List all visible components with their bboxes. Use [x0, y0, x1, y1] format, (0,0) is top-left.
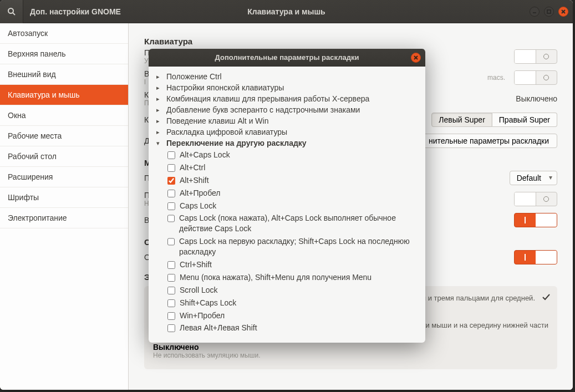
- layout-option[interactable]: Win+Пробел: [149, 309, 425, 322]
- layout-option-label: Win+Пробел: [180, 310, 225, 321]
- tree-group[interactable]: Комбинация клавиш для прерывания работы …: [149, 93, 425, 104]
- layout-option[interactable]: Alt+Пробел: [149, 187, 425, 200]
- tree-group[interactable]: Добавление букв эсперанто с надстрочными…: [149, 104, 425, 115]
- layout-option-checkbox[interactable]: [167, 299, 175, 307]
- search-icon: [7, 7, 16, 16]
- svg-point-0: [8, 8, 13, 13]
- toggle-4[interactable]: [514, 213, 557, 227]
- sidebar-item[interactable]: Верхняя панель: [0, 44, 128, 64]
- layout-option-label: Caps Lock на первую раскладку; Shift+Cap…: [179, 236, 418, 257]
- layout-option-label: Scroll Lock: [180, 285, 217, 296]
- app-title: Доп. настройки GNOME: [23, 7, 134, 16]
- sidebar-item[interactable]: Автозапуск: [0, 23, 128, 44]
- layout-option-checkbox[interactable]: [167, 164, 175, 172]
- extra-layout-btn[interactable]: нительные параметры раскладки: [420, 134, 557, 148]
- toggle-1[interactable]: [514, 49, 557, 64]
- sidebar-item[interactable]: Внешний вид: [0, 64, 128, 85]
- layout-option-label: Alt+Пробел: [180, 188, 221, 198]
- dialog-body[interactable]: Положение CtrlНастройки японской клавиат…: [149, 67, 425, 343]
- disabled-sub: Не использовать эмуляцию мыши.: [153, 352, 548, 359]
- toggle-2[interactable]: [514, 70, 557, 85]
- dropdown-default[interactable]: Default: [510, 171, 557, 185]
- tree-group[interactable]: Раскладка цифровой клавиатуры: [149, 126, 425, 138]
- layout-option-checkbox[interactable]: [167, 238, 175, 246]
- sidebar-item[interactable]: Электропитание: [0, 208, 128, 228]
- status-text: Выключено: [516, 94, 557, 103]
- layout-option-checkbox[interactable]: [167, 151, 175, 159]
- maximize-button[interactable]: [544, 7, 554, 17]
- layout-option-checkbox[interactable]: [167, 274, 175, 282]
- section-keyboard: Клавиатура: [144, 37, 557, 46]
- titlebar: Доп. настройки GNOME Клавиатура и мышь: [0, 0, 573, 23]
- layout-option[interactable]: Caps Lock (пока нажата), Alt+Caps Lock в…: [149, 212, 425, 235]
- dialog-titlebar: Дополнительные параметры раскладки: [149, 49, 425, 67]
- tree-group[interactable]: Поведение клавиш Alt и Win: [149, 115, 425, 126]
- toggle-3[interactable]: [514, 192, 557, 206]
- svg-rect-3: [547, 10, 551, 13]
- layout-option-checkbox[interactable]: [167, 202, 175, 210]
- dialog-layout-options: Дополнительные параметры раскладки Полож…: [149, 49, 425, 343]
- layout-option-checkbox[interactable]: [167, 287, 175, 294]
- minimize-button[interactable]: [530, 7, 540, 17]
- sidebar-item[interactable]: Окна: [0, 105, 128, 126]
- dialog-close-button[interactable]: [411, 53, 421, 63]
- layout-option-label: Ctrl+Shift: [180, 259, 212, 270]
- super-right-btn[interactable]: Правый Super: [492, 113, 557, 127]
- layout-option-label: Caps Lock: [180, 201, 216, 211]
- close-button[interactable]: [558, 7, 568, 17]
- sidebar-item[interactable]: Клавиатура и мышь: [0, 85, 128, 105]
- layout-option-label: Левая Alt+Левая Shift: [180, 323, 257, 333]
- row-hint: П: [144, 78, 145, 86]
- layout-option[interactable]: Scroll Lock: [149, 284, 425, 297]
- toggle-5[interactable]: [514, 250, 557, 264]
- layout-option-label: Alt+Shift: [180, 175, 209, 186]
- super-left-btn[interactable]: Левый Super: [431, 113, 492, 127]
- sidebar: АвтозапускВерхняя панельВнешний видКлави…: [0, 23, 129, 390]
- sidebar-item[interactable]: Рабочие места: [0, 126, 128, 146]
- layout-option-label: Alt+Ctrl: [180, 162, 205, 173]
- tree-group[interactable]: Положение Ctrl: [149, 71, 425, 82]
- layout-option-checkbox[interactable]: [167, 261, 175, 269]
- tree-group[interactable]: Переключение на другую раскладку: [149, 138, 425, 149]
- tree-group[interactable]: Настройки японской клавиатуры: [149, 82, 425, 93]
- layout-option[interactable]: Alt+Ctrl: [149, 161, 425, 174]
- super-key-segmented[interactable]: Левый Super Правый Super: [431, 113, 557, 127]
- row-label: К: [144, 115, 149, 124]
- layout-option-checkbox[interactable]: [167, 324, 175, 332]
- layout-option-checkbox[interactable]: [167, 190, 175, 197]
- layout-option-checkbox[interactable]: [167, 177, 175, 185]
- layout-option-label: Caps Lock (пока нажата), Alt+Caps Lock в…: [179, 213, 418, 234]
- sidebar-item[interactable]: Рабочий стол: [0, 146, 128, 167]
- check-icon: [542, 293, 551, 302]
- layout-option[interactable]: Левая Alt+Левая Shift: [149, 322, 425, 334]
- sidebar-item[interactable]: Шрифты: [0, 187, 128, 208]
- search-button[interactable]: [0, 0, 23, 23]
- page-title: Клавиатура и мышь: [247, 7, 325, 16]
- layout-option-label: Menu (пока нажата), Shift+Menu для получ…: [180, 272, 372, 283]
- layout-option[interactable]: Caps Lock на первую раскладку; Shift+Cap…: [149, 235, 425, 258]
- disabled-title: Выключено: [153, 343, 548, 352]
- layout-option[interactable]: Menu (пока нажата), Shift+Menu для получ…: [149, 271, 425, 284]
- dialog-title: Дополнительные параметры раскладки: [215, 53, 359, 62]
- sidebar-item[interactable]: Расширения: [0, 167, 128, 187]
- layout-option-checkbox[interactable]: [167, 215, 175, 222]
- layout-option-checkbox[interactable]: [167, 312, 175, 320]
- layout-option-label: Alt+Caps Lock: [180, 150, 230, 160]
- layout-option[interactable]: Alt+Shift: [149, 174, 425, 187]
- layout-option[interactable]: Alt+Caps Lock: [149, 149, 425, 161]
- layout-option[interactable]: Caps Lock: [149, 200, 425, 212]
- layout-option[interactable]: Ctrl+Shift: [149, 258, 425, 271]
- svg-line-1: [13, 13, 15, 15]
- hint-macs: macs.: [487, 74, 505, 82]
- layout-option[interactable]: Shift+Caps Lock: [149, 297, 425, 309]
- layout-option-label: Shift+Caps Lock: [180, 298, 236, 308]
